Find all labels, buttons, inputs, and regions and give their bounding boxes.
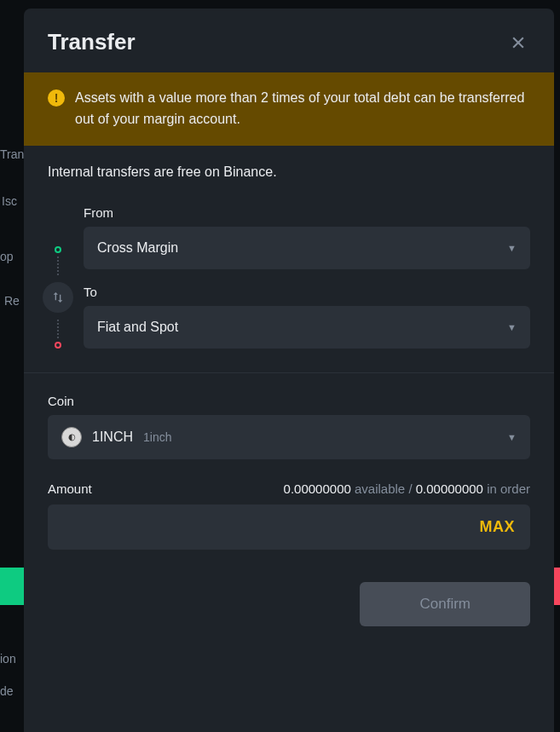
- dashed-line: [57, 320, 59, 338]
- bg-text: ion: [0, 649, 16, 668]
- amount-input-wrap: MAX: [48, 504, 530, 550]
- swap-button[interactable]: [43, 282, 73, 313]
- inorder-text: in order: [487, 481, 530, 496]
- transfer-modal: Transfer ! Assets with a value more than…: [24, 9, 554, 732]
- from-select[interactable]: Cross Margin ▼: [84, 227, 530, 269]
- inorder-value: 0.00000000: [416, 481, 483, 496]
- amount-input[interactable]: [63, 519, 480, 534]
- bg-green-box: [0, 568, 24, 605]
- coin-left: ◐ 1INCH 1inch: [61, 427, 171, 447]
- warning-banner: ! Assets with a value more than 2 times …: [24, 72, 554, 146]
- divider: [24, 372, 554, 373]
- available-text: available: [355, 481, 405, 496]
- dashed-line: [57, 256, 59, 275]
- close-button[interactable]: [506, 31, 530, 55]
- chevron-down-icon: ▼: [507, 432, 517, 442]
- close-icon: [510, 34, 527, 51]
- to-select[interactable]: Fiat and Spot ▼: [84, 306, 530, 349]
- modal-body: Internal transfers are free on Binance. …: [24, 146, 554, 626]
- coin-label: Coin: [48, 394, 530, 408]
- transfer-section: From Cross Margin ▼ To Fiat and Spot ▼: [48, 205, 530, 349]
- bg-text: Tran: [0, 145, 24, 164]
- to-field-group: To Fiat and Spot ▼: [84, 285, 530, 349]
- from-field-group: From Cross Margin ▼: [84, 205, 530, 269]
- transfer-fields: From Cross Margin ▼ To Fiat and Spot ▼: [84, 205, 530, 349]
- chevron-down-icon: ▼: [507, 243, 517, 253]
- to-value: Fiat and Spot: [97, 320, 178, 335]
- bg-text: op: [0, 247, 14, 266]
- swap-icon: [51, 291, 65, 304]
- from-label: From: [84, 205, 530, 220]
- bg-text: Isc: [2, 192, 17, 210]
- modal-title: Transfer: [48, 29, 136, 55]
- warning-text: Assets with a value more than 2 times of…: [75, 88, 530, 130]
- amount-label: Amount: [48, 481, 92, 496]
- modal-header: Transfer: [24, 9, 554, 72]
- separator: /: [408, 481, 412, 496]
- from-value: Cross Margin: [97, 240, 178, 256]
- coin-name: 1inch: [143, 430, 171, 444]
- coin-select[interactable]: ◐ 1INCH 1inch ▼: [48, 415, 530, 459]
- coin-symbol: 1INCH: [92, 429, 133, 445]
- max-button[interactable]: MAX: [480, 518, 516, 536]
- coin-icon: ◐: [61, 427, 82, 447]
- coin-field-group: Coin ◐ 1INCH 1inch ▼: [48, 394, 530, 459]
- confirm-button[interactable]: Confirm: [360, 582, 530, 626]
- bg-text: Re: [4, 291, 20, 310]
- warning-icon: !: [48, 89, 65, 107]
- to-dot-icon: [55, 342, 61, 349]
- bg-text: de: [0, 682, 14, 700]
- amount-header: Amount 0.00000000 available / 0.00000000…: [48, 481, 530, 496]
- available-value: 0.00000000: [284, 481, 351, 496]
- amount-info: 0.00000000 available / 0.00000000 in ord…: [284, 481, 530, 496]
- info-text: Internal transfers are free on Binance.: [48, 164, 530, 180]
- transfer-indicator: [48, 205, 68, 349]
- from-dot-icon: [55, 246, 61, 253]
- to-label: To: [84, 285, 530, 299]
- chevron-down-icon: ▼: [507, 322, 517, 332]
